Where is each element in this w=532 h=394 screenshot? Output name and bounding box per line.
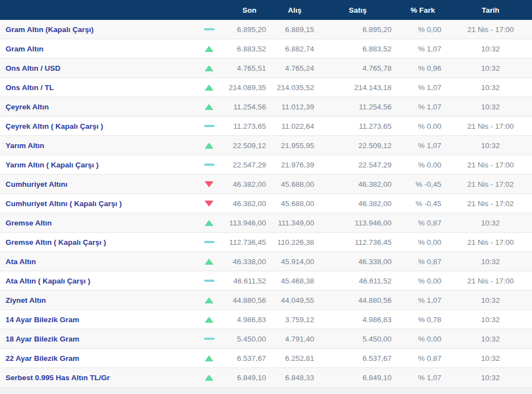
tarih-value: 10:32 [449,45,532,53]
fark-value: % 1,07 [397,141,449,150]
son-value: 46.338,00 [228,258,270,266]
instrument-name-link[interactable]: Ata Altın [0,258,190,266]
trend-cell [190,65,228,71]
trend-cell [190,355,228,361]
satis-value: 113.946,00 [319,219,397,227]
son-value: 11.273,65 [228,122,270,130]
son-value: 6.883,52 [228,45,270,53]
fark-value: % 0,00 [397,122,449,130]
alis-value: 110.226,38 [270,238,319,246]
table-header-row: Son Alış Satış % Fark Tarih [0,0,532,20]
trend-cell [190,85,228,91]
instrument-name-link[interactable]: Ata Altın ( Kapalı Çarşı ) [0,277,190,285]
son-value: 6.895,20 [228,25,270,34]
table-row: Gremse Altın ( Kapalı Çarşı ) 112.736,45… [0,233,532,252]
instrument-name-link[interactable]: Yarım Altın [0,141,190,150]
alis-value: 45.914,00 [270,258,319,266]
instrument-name-link[interactable]: Gram Altın [0,45,190,53]
tarih-value: 10:32 [449,335,532,343]
alis-value: 45.688,00 [270,180,319,188]
fark-value: % 0,87 [397,219,449,227]
trend-up-icon [205,220,213,226]
alis-value: 21.955,95 [270,141,319,150]
instrument-name-link[interactable]: 22 Ayar Bilezik Gram [0,354,190,363]
tarih-value: 10:32 [449,374,532,382]
satis-value: 22.547,29 [319,161,397,169]
instrument-name-link[interactable]: Gremse Altın ( Kapalı Çarşı ) [0,238,190,246]
alis-value: 44.049,55 [270,296,319,304]
satis-value: 214.143,18 [319,83,397,92]
fark-value: % 0,87 [397,354,449,363]
alis-value: 111.349,00 [270,219,319,227]
instrument-name-link[interactable]: Ons Altın / USD [0,64,190,72]
tarih-value: 21 Nis - 17:00 [449,277,532,285]
satis-value: 22.509,12 [319,141,397,150]
table-body: Gram Altın (Kapalı Çarşı) 6.895,20 6.889… [0,20,532,387]
tarih-value: 21 Nis - 17:02 [449,199,532,208]
satis-value: 6.849,10 [319,374,397,382]
table-row: Ata Altın ( Kapalı Çarşı ) 46.611,52 45.… [0,271,532,291]
table-row: Ata Altın 46.338,00 45.914,00 46.338,00 … [0,252,532,271]
instrument-name-link[interactable]: Çeyrek Altın ( Kapalı Çarşı ) [0,122,190,130]
trend-up-icon [205,297,213,303]
trend-cell [190,317,228,323]
column-header-satis: Satış [319,6,397,14]
alis-value: 21.976,39 [270,161,319,169]
trend-cell [190,338,228,340]
footer-strip [0,387,532,394]
table-row: Serbest 0.995 Has Altın TL/Gr 6.849,10 6… [0,368,532,387]
table-row: Ziynet Altın 44.880,56 44.049,55 44.880,… [0,291,532,310]
son-value: 46.382,00 [228,180,270,188]
instrument-name-link[interactable]: Cumhuriyet Altını ( Kapalı Çarşı ) [0,199,190,208]
instrument-name-link[interactable]: Çeyrek Altın [0,103,190,111]
table-row: Yarım Altın ( Kapalı Çarşı ) 22.547,29 2… [0,155,532,175]
trend-cell [190,297,228,303]
column-header-tarih: Tarih [449,6,532,14]
tarih-value: 10:32 [449,141,532,150]
satis-value: 6.895,20 [319,25,397,34]
alis-value: 6.889,15 [270,25,319,34]
son-value: 44.880,56 [228,296,270,304]
table-row: Gremse Altın 113.946,00 111.349,00 113.9… [0,213,532,233]
son-value: 46.611,52 [228,277,270,285]
satis-value: 46.382,00 [319,199,397,208]
trend-cell [190,375,228,381]
tarih-value: 10:32 [449,258,532,266]
son-value: 6.537,67 [228,354,270,363]
instrument-name-link[interactable]: 14 Ayar Bilezik Gram [0,316,190,324]
column-header-fark: % Fark [397,6,449,14]
instrument-name-link[interactable]: 18 Ayar Bilezik Gram [0,335,190,343]
instrument-name-link[interactable]: Yarım Altın ( Kapalı Çarşı ) [0,161,190,169]
satis-value: 6.883,52 [319,45,397,53]
instrument-name-link[interactable]: Serbest 0.995 Has Altın TL/Gr [0,374,190,382]
instrument-name-link[interactable]: Gremse Altın [0,219,190,227]
table-row: Gram Altın (Kapalı Çarşı) 6.895,20 6.889… [0,20,532,39]
tarih-value: 21 Nis - 17:00 [449,238,532,246]
satis-value: 6.537,67 [319,354,397,363]
trend-up-icon [205,46,213,52]
son-value: 112.736,45 [228,238,270,246]
alis-value: 45.468,38 [270,277,319,285]
column-header-alis: Alış [270,6,319,14]
satis-value: 4.986,83 [319,316,397,324]
instrument-name-link[interactable]: Ons Altın / TL [0,83,190,92]
trend-up-icon [205,317,213,323]
son-value: 6.849,10 [228,374,270,382]
satis-value: 5.450,00 [319,335,397,343]
trend-cell [190,259,228,265]
fark-value: % 0,78 [397,316,449,324]
trend-up-icon [205,375,213,381]
satis-value: 46.382,00 [319,180,397,188]
satis-value: 11.273,65 [319,122,397,130]
instrument-name-link[interactable]: Cumhuriyet Altını [0,180,190,188]
table-row: Ons Altın / USD 4.765,51 4.765,24 4.765,… [0,59,532,78]
trend-down-icon [205,181,213,187]
son-value: 4.765,51 [228,64,270,72]
table-row: 18 Ayar Bilezik Gram 5.450,00 4.791,40 5… [0,329,532,349]
satis-value: 4.765,78 [319,64,397,72]
son-value: 22.509,12 [228,141,270,150]
instrument-name-link[interactable]: Gram Altın (Kapalı Çarşı) [0,25,190,34]
satis-value: 44.880,56 [319,296,397,304]
instrument-name-link[interactable]: Ziynet Altın [0,296,190,304]
fark-value: % 0,00 [397,25,449,34]
